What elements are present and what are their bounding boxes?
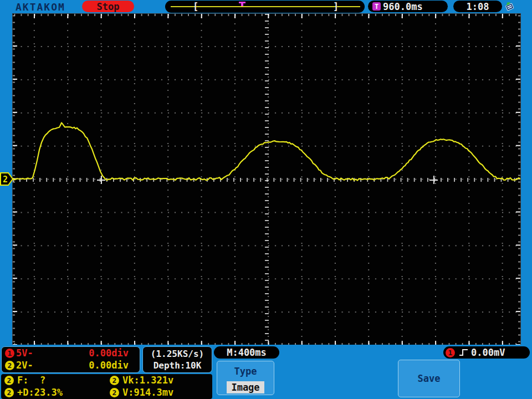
trigger-time-readout: T 960.0ms [368, 1, 448, 12]
timebase-readout: M:400ms [214, 346, 279, 359]
channel2-badge: 2 [5, 361, 14, 370]
usb-storage-icon [503, 1, 515, 12]
measurement-vk-value: Vk:1.321v [122, 375, 173, 386]
memory-position-ruler: [ ] [165, 1, 365, 13]
save-button[interactable]: Save [398, 360, 460, 397]
measurement-voltage-value: V:914.3mv [122, 387, 173, 398]
top-status-bar: AKTAKOM Stop [ ] T 960.0ms 1:08 [0, 0, 532, 13]
brand-logo: AKTAKOM [16, 1, 65, 13]
acquisition-info-box: (1.25KS/s) Depth:10K [142, 346, 212, 373]
measurement-channel-badge: 2 [110, 388, 119, 397]
measurement-channel-badge: 2 [110, 376, 119, 385]
type-menu-label: Type [234, 366, 257, 377]
channel1-scale: 5V- [16, 347, 33, 359]
trigger-time-value: 960.0ms [383, 1, 423, 12]
view-window-left-bracket: [ [193, 1, 198, 13]
trigger-position-marker[interactable] [239, 2, 245, 7]
memory-line [171, 6, 360, 7]
clock-readout: 1:08 [453, 1, 502, 12]
acquisition-status-badge: Stop [82, 1, 134, 12]
channel-settings-box: 1 5V- 0.00div 2 2V- 0.00div [1, 346, 140, 373]
type-menu-button[interactable]: Type Image [217, 361, 274, 395]
measurement-duty: 2 +D:23.3% [4, 387, 110, 398]
type-menu-selected-value[interactable]: Image [227, 381, 264, 393]
measurement-channel-badge: 2 [4, 388, 14, 397]
measurement-vk: 2 Vk:1.321v [110, 375, 212, 386]
channel1-offset: 0.00div [89, 347, 136, 359]
measurements-box: 2 F: ? 2 Vk:1.321v 2 +D:23.3% 2 V:914.3m… [1, 374, 212, 399]
trigger-level-value: 0.00mV [471, 347, 505, 358]
measurement-duty-value: +D:23.3% [17, 387, 63, 398]
channel1-badge: 1 [5, 349, 14, 358]
save-button-label: Save [418, 373, 441, 384]
channel2-settings-row: 2 2V- 0.00div [2, 359, 140, 371]
channel2-scale: 2V- [16, 360, 33, 371]
rising-edge-icon [459, 348, 469, 357]
channel1-settings-row: 1 5V- 0.00div [2, 347, 140, 359]
measurement-frequency: 2 F: ? [4, 375, 110, 386]
measurement-channel-badge: 2 [4, 376, 14, 385]
trigger-marker-stem [241, 3, 243, 6]
measurement-frequency-value: F: ? [17, 375, 45, 386]
sample-rate-readout: (1.25KS/s) [151, 349, 204, 359]
bottom-info-bar: 1 5V- 0.00div 2 2V- 0.00div (1.25KS/s) D… [0, 345, 532, 399]
measurement-voltage: 2 V:914.3mv [110, 387, 212, 398]
trigger-t-icon: T [372, 2, 381, 11]
oscilloscope-display [12, 13, 521, 346]
trigger-level-readout: 1 0.00mV [443, 346, 530, 359]
channel2-offset: 0.00div [89, 360, 136, 371]
view-window-right-bracket: ] [333, 1, 339, 13]
record-depth-readout: Depth:10K [154, 360, 202, 371]
channel2-marker-label: 2 [3, 175, 8, 185]
trigger-source-badge: 1 [446, 348, 455, 357]
waveform-trace [13, 14, 520, 345]
channel2-position-marker[interactable]: 2 [0, 172, 13, 186]
